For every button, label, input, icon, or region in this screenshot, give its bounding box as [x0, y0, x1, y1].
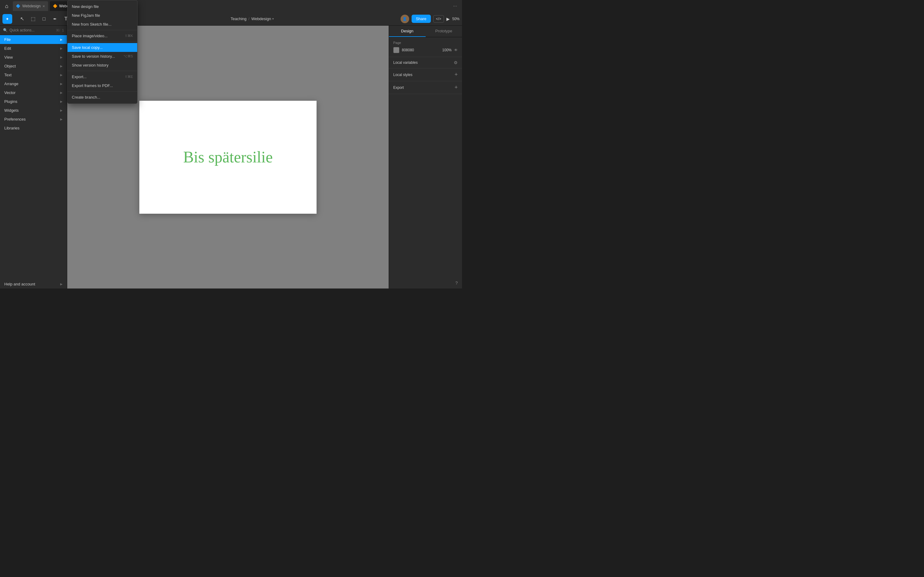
place-image-shortcut: ⇧⌘K: [125, 34, 133, 38]
sidebar-item-help-label: Help and account: [4, 282, 35, 286]
home-button[interactable]: ⌂: [2, 2, 11, 10]
quick-actions-label: Quick actions...: [10, 28, 34, 32]
shape-tool[interactable]: □: [39, 14, 49, 24]
pen-icon: ✒: [53, 16, 57, 21]
sidebar-item-widgets-label: Widgets: [4, 108, 19, 113]
avatar[interactable]: 👤: [401, 15, 409, 23]
sidebar-item-text-label: Text: [4, 73, 11, 77]
sidebar-item-view-label: View: [4, 55, 13, 60]
tab-2-favicon: 🔶: [53, 4, 57, 8]
sidebar-item-vector-label: Vector: [4, 90, 16, 95]
page-section-title: Page: [393, 41, 458, 45]
figma-logo-icon: ✦: [5, 16, 9, 21]
figma-logo-button[interactable]: ✦: [2, 14, 12, 24]
tab-design[interactable]: Design: [389, 26, 426, 37]
frame-tool[interactable]: ⬚: [28, 14, 38, 24]
export-shortcut: ⇧⌘E: [125, 75, 133, 79]
menu-item-new-figjam[interactable]: New FigJam file: [68, 11, 137, 20]
tab-1-close[interactable]: ✕: [42, 5, 45, 8]
local-variables-label: Local variables: [393, 60, 418, 65]
tab-1-favicon: 🔷: [16, 4, 21, 8]
pen-tool[interactable]: ✒: [50, 14, 60, 24]
text-arrow-icon: ▶: [60, 73, 63, 77]
local-variables-section: Local variables ⚙: [389, 57, 462, 68]
question-icon: ?: [455, 280, 458, 285]
zoom-level[interactable]: 50%: [452, 17, 460, 21]
present-button[interactable]: ▶: [446, 16, 450, 21]
sidebar-item-preferences[interactable]: Preferences ▶: [0, 115, 67, 124]
separator-1: [68, 30, 137, 30]
sidebar-item-plugins-label: Plugins: [4, 99, 18, 104]
tab-1-label: Webdesign: [22, 4, 40, 8]
sidebar-item-libraries-label: Libraries: [4, 126, 19, 131]
right-sidebar: Design Prototype Page 808080 100% 👁 Loca…: [389, 26, 462, 288]
page-number: 1: [62, 28, 64, 32]
separator-4: [68, 91, 137, 92]
page-color-swatch[interactable]: [393, 47, 399, 53]
file-dropdown-menu: New design file New FigJam file New from…: [67, 0, 137, 104]
tab-prototype[interactable]: Prototype: [426, 26, 462, 37]
menu-item-export[interactable]: Export... ⇧⌘E: [68, 73, 137, 81]
menu-item-show-version[interactable]: Show version history: [68, 61, 137, 69]
widgets-arrow-icon: ▶: [60, 109, 63, 112]
arrange-arrow-icon: ▶: [60, 82, 63, 85]
menu-item-create-branch[interactable]: Create branch...: [68, 93, 137, 102]
help-arrow-icon: ▶: [60, 282, 63, 286]
separator-2: [68, 42, 137, 42]
plugins-arrow-icon: ▶: [60, 100, 63, 103]
sidebar-item-object[interactable]: Object ▶: [0, 62, 67, 71]
menu-item-new-sketch[interactable]: New from Sketch file...: [68, 20, 137, 29]
filename-label[interactable]: Webdesign ▾: [251, 16, 274, 21]
menu-item-export-pdf[interactable]: Export frames to PDF...: [68, 81, 137, 90]
local-variables-settings-icon[interactable]: ⚙: [454, 60, 458, 65]
tab-1[interactable]: 🔷 Webdesign ✕: [13, 1, 48, 11]
menu-item-new-design[interactable]: New design file: [68, 2, 137, 11]
preferences-arrow-icon: ▶: [60, 118, 63, 121]
right-tab-bar: Design Prototype: [389, 26, 462, 37]
embed-button[interactable]: </>: [433, 15, 444, 23]
sidebar-item-widgets[interactable]: Widgets ▶: [0, 106, 67, 115]
help-icon-button[interactable]: ?: [389, 277, 462, 288]
breadcrumb-separator: /: [249, 16, 250, 21]
page-color-value: 808080: [402, 48, 414, 52]
select-icon: ↖: [20, 16, 24, 22]
sidebar-item-edit[interactable]: Edit ▶: [0, 44, 67, 53]
visibility-eye-icon[interactable]: 👁: [454, 48, 458, 52]
local-styles-add-icon[interactable]: +: [454, 71, 458, 78]
sidebar-item-libraries[interactable]: Libraries: [0, 124, 67, 132]
sidebar-item-arrange-label: Arrange: [4, 82, 18, 86]
sidebar-item-plugins[interactable]: Plugins ▶: [0, 97, 67, 106]
menu-item-save-local[interactable]: Save local copy...: [68, 43, 137, 52]
local-styles-label: Local styles: [393, 73, 412, 77]
sidebar-item-text[interactable]: Text ▶: [0, 71, 67, 79]
page-section: Page 808080 100% 👁: [389, 37, 462, 57]
sidebar-item-file[interactable]: File ▶: [0, 35, 67, 44]
sidebar-item-preferences-label: Preferences: [4, 117, 26, 121]
main-layout: 🔍 Quick actions... ⌘/ 1 File ▶ Edit ▶ Vi…: [0, 26, 462, 288]
more-options-icon[interactable]: ···: [451, 3, 460, 9]
export-label: Export: [393, 85, 404, 90]
share-button[interactable]: Share: [412, 15, 431, 23]
sidebar-item-file-label: File: [4, 37, 11, 42]
menu-item-save-version[interactable]: Save to version history... ⌥⌘S: [68, 52, 137, 61]
edit-arrow-icon: ▶: [60, 47, 63, 50]
filename-chevron: ▾: [272, 17, 274, 21]
page-opacity-value: 100%: [442, 48, 452, 52]
canvas-frame: Bis spätersilie: [139, 101, 317, 214]
sidebar-item-help[interactable]: Help and account ▶: [0, 280, 67, 288]
sidebar-item-arrange[interactable]: Arrange ▶: [0, 79, 67, 88]
project-name[interactable]: Teaching: [231, 16, 247, 21]
sidebar-item-object-label: Object: [4, 64, 16, 68]
quick-actions-shortcut: ⌘/: [56, 28, 60, 32]
export-add-icon[interactable]: +: [454, 84, 458, 91]
save-version-shortcut: ⌥⌘S: [123, 54, 133, 58]
left-sidebar: 🔍 Quick actions... ⌘/ 1 File ▶ Edit ▶ Vi…: [0, 26, 67, 288]
select-tool[interactable]: ↖: [17, 14, 27, 24]
sidebar-item-view[interactable]: View ▶: [0, 53, 67, 62]
quick-actions[interactable]: 🔍 Quick actions... ⌘/ 1: [0, 26, 67, 35]
search-icon: 🔍: [3, 28, 8, 32]
frame-icon: ⬚: [31, 16, 36, 22]
menu-item-place-image[interactable]: Place image/video... ⇧⌘K: [68, 31, 137, 40]
canvas-text: Bis spätersilie: [183, 148, 273, 166]
sidebar-item-vector[interactable]: Vector ▶: [0, 88, 67, 97]
